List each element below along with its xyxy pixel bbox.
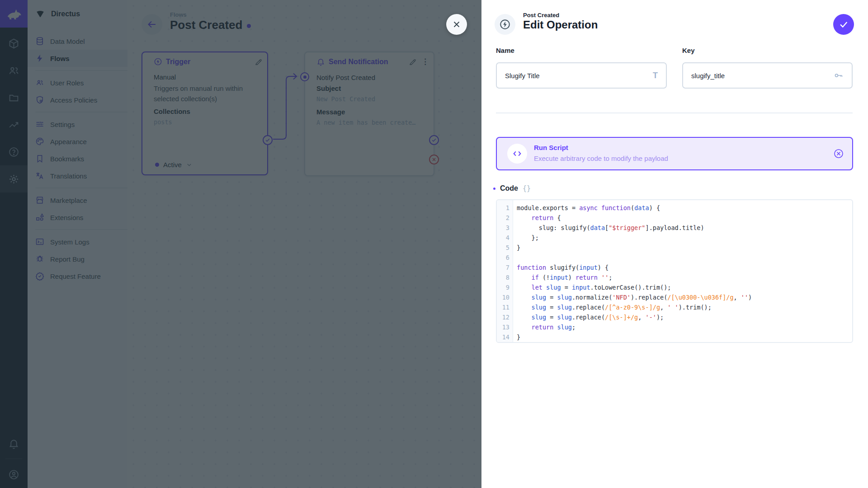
check-icon (839, 19, 849, 29)
name-input-value: Slugify Title (505, 72, 653, 80)
operation-type-title: Run Script (534, 144, 568, 151)
key-input[interactable]: slugify_title (682, 62, 853, 89)
code-field-header: Code {} (493, 184, 531, 192)
line-number: 1 (497, 203, 513, 213)
directus-flows-screen: Directus Data Model Flows User Roles Acc… (0, 0, 868, 488)
code-line: let slug = input.toLowerCase().trim(); (517, 282, 852, 292)
operation-type-subtitle: Execute arbitrary code to modify the pay… (534, 155, 668, 162)
close-drawer-button[interactable] (446, 14, 467, 35)
line-number: 9 (497, 282, 513, 292)
code-line: } (517, 243, 852, 253)
line-number: 6 (497, 253, 513, 263)
edit-operation-drawer: Post Created Edit Operation Name Key Slu… (481, 0, 868, 488)
code-line: function slugify(input) { (517, 263, 852, 272)
close-icon (452, 19, 462, 29)
line-number: 14 (497, 332, 513, 342)
drawer-title: Edit Operation (523, 19, 598, 31)
code-line: module.exports = async function(data) { (517, 203, 852, 213)
required-dot (493, 188, 495, 190)
line-number: 11 (497, 302, 513, 312)
line-number: 7 (497, 263, 513, 272)
save-button[interactable] (833, 14, 854, 35)
key-input-value: slugify_title (691, 72, 834, 80)
line-number: 3 (497, 223, 513, 233)
code-line: return slug; (517, 322, 852, 332)
code-line: if (!input) return ''; (517, 272, 852, 282)
bolt-circle-icon (499, 19, 511, 30)
code-line: slug = slug.replace(/[\s-]+/g, '-'); (517, 312, 852, 322)
code-line: slug = slug.replace(/[^a-z0-9\s-]/g, ' '… (517, 302, 852, 312)
title-field-icon: T (653, 71, 658, 80)
deselect-operation-icon[interactable] (833, 148, 844, 159)
modal-overlay[interactable] (0, 0, 481, 488)
line-number: 4 (497, 233, 513, 243)
code-editor[interactable]: 1234567891011121314 module.exports = asy… (496, 199, 853, 343)
code-line (517, 253, 852, 263)
code-icon (507, 144, 527, 164)
code-line: slug: slugify(data["$trigger"].payload.t… (517, 223, 852, 233)
key-icon (834, 70, 844, 80)
line-number: 2 (497, 213, 513, 223)
drawer-header-icon (495, 14, 515, 35)
code-line: return { (517, 213, 852, 223)
line-number: 10 (497, 292, 513, 302)
key-field-label: Key (682, 47, 695, 54)
name-input[interactable]: Slugify Title T (496, 62, 667, 89)
code-gutter: 1234567891011121314 (497, 200, 513, 342)
operation-type-card[interactable]: Run Script Execute arbitrary code to mod… (496, 137, 853, 170)
line-number: 12 (497, 312, 513, 322)
code-line: }; (517, 233, 852, 243)
code-field-label: Code (500, 184, 518, 192)
drawer-breadcrumb: Post Created (523, 12, 559, 19)
braces-icon: {} (523, 184, 531, 192)
code-lines[interactable]: module.exports = async function(data) { … (513, 200, 852, 342)
code-line: } (517, 332, 852, 342)
line-number: 5 (497, 243, 513, 253)
line-number: 8 (497, 272, 513, 282)
divider (496, 113, 853, 113)
code-line: slug = slug.normalize('NFD').replace(/[\… (517, 292, 852, 302)
name-field-label: Name (496, 47, 514, 54)
line-number: 13 (497, 322, 513, 332)
